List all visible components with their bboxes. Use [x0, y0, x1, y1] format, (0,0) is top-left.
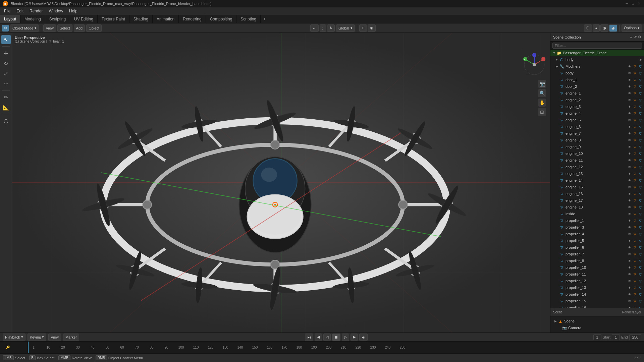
select-toggle[interactable]: ▽ [633, 292, 637, 297]
global-dropdown[interactable]: Global ▾ [336, 24, 355, 32]
outliner-item[interactable]: ▽ engine_17 👁 ▽ ▽ [550, 197, 644, 204]
visibility-toggle[interactable]: 👁 [627, 299, 632, 303]
menu-file[interactable]: File [1, 8, 13, 14]
outliner-item[interactable]: ▽ propeller_6 👁 ▽ ▽ [550, 244, 644, 251]
outliner-item[interactable]: ▽ engine_6 👁 ▽ ▽ [550, 123, 644, 130]
outliner-item[interactable]: ▽ propeller_13 👁 ▽ ▽ [550, 284, 644, 291]
select-tool[interactable]: ↖ [1, 35, 11, 44]
render-toggle[interactable]: ▽ [638, 77, 643, 82]
outliner-root[interactable]: ▼ 📁 Passenger_Electric_Drone [550, 50, 644, 56]
object-menu[interactable]: Object [86, 24, 102, 32]
select-toggle[interactable]: ▽ [633, 98, 637, 102]
prev-frame-btn[interactable]: ◀ [315, 334, 322, 341]
transform-tool[interactable]: ⊹ [1, 79, 11, 88]
annotate-tool[interactable]: ✏ [1, 93, 11, 102]
outliner-sync-btn[interactable]: ⟳ [634, 35, 637, 39]
jump-start-btn[interactable]: ⏮ [305, 334, 313, 341]
select-toggle[interactable]: ▽ [633, 279, 637, 283]
render-toggle[interactable]: ▽ [638, 212, 643, 216]
render-toggle[interactable]: ▽ [638, 178, 643, 183]
outliner-item[interactable]: ▽ engine_2 👁 ▽ ▽ [550, 97, 644, 103]
outliner-filter-btn[interactable]: ▽ [630, 35, 632, 39]
transform-tool-1[interactable]: ↔ [310, 24, 319, 32]
play-btn[interactable]: ▷ [342, 334, 349, 341]
render-toggle[interactable]: ▽ [638, 111, 643, 116]
render-toggle[interactable]: ▽ [638, 144, 643, 149]
tab-compositing[interactable]: Compositing [206, 15, 237, 23]
outliner-item[interactable]: ▽ engine_18 👁 ▽ ▽ [550, 204, 644, 210]
render-toggle[interactable]: ▽ [638, 292, 643, 297]
item-arrow[interactable]: ▶ [554, 64, 559, 69]
window-controls[interactable]: ─ □ ✕ [625, 1, 641, 6]
render-toggle[interactable]: ▽ [638, 285, 643, 290]
object-mode-dropdown[interactable]: Object Mode ▾ [10, 24, 39, 32]
keying-btn[interactable]: Keying ▾ [28, 334, 47, 341]
body-arrow[interactable]: ▼ [554, 57, 559, 62]
select-toggle[interactable]: ▽ [633, 151, 637, 156]
select-toggle[interactable]: ▽ [633, 252, 637, 256]
select-toggle[interactable]: ▽ [633, 77, 637, 82]
visibility-toggle[interactable]: 👁 [627, 258, 632, 263]
render-toggle[interactable]: ▽ [638, 279, 643, 283]
outliner-item[interactable]: ▽ engine_12 👁 ▽ ▽ [550, 164, 644, 170]
tab-scripting[interactable]: Scripting [236, 15, 261, 23]
search-btn[interactable]: 🔍 [538, 89, 546, 97]
visibility-toggle[interactable]: 👁 [627, 64, 632, 69]
end-frame-input[interactable]: 250 [629, 334, 641, 340]
select-toggle[interactable]: ▽ [633, 71, 637, 75]
menu-help[interactable]: Help [66, 8, 80, 14]
visibility-toggle[interactable]: 👁 [627, 118, 632, 122]
outliner-item[interactable]: ▽ propeller_10 👁 ▽ ▽ [550, 264, 644, 271]
add-menu[interactable]: Add [74, 24, 85, 32]
visibility-toggle[interactable]: 👁 [627, 232, 632, 236]
select-toggle[interactable]: ▽ [633, 238, 637, 243]
render-toggle[interactable]: ▽ [638, 232, 643, 236]
select-toggle[interactable]: ▽ [633, 124, 637, 129]
play-back-btn[interactable]: ◁ [323, 334, 331, 341]
select-toggle[interactable]: ▽ [633, 225, 637, 230]
render-toggle[interactable]: ▽ [638, 252, 643, 256]
visibility-toggle[interactable]: 👁 [627, 158, 632, 163]
rendered-btn[interactable]: ◕ [609, 24, 617, 32]
render-toggle[interactable]: ▽ [638, 98, 643, 102]
transform-tool-3[interactable]: ↻ [327, 24, 335, 32]
next-frame-btn[interactable]: ▶ [351, 334, 358, 341]
hand-btn[interactable]: ✋ [538, 99, 546, 107]
render-toggle[interactable]: ▽ [638, 118, 643, 122]
close-button[interactable]: ✕ [637, 1, 641, 6]
outliner-item[interactable]: ▽ propeller_15 👁 ▽ ▽ [550, 298, 644, 304]
select-toggle[interactable]: ▽ [633, 118, 637, 122]
solid-btn[interactable]: ● [593, 24, 600, 32]
marker-btn[interactable]: Marker [63, 334, 79, 341]
select-menu[interactable]: Select [57, 24, 72, 32]
outliner-item[interactable]: ▽ propeller_14 👁 ▽ ▽ [550, 291, 644, 298]
outliner-item[interactable]: ▽ propeller_12 👁 ▽ ▽ [550, 278, 644, 284]
outliner-item[interactable]: ▽ engine_7 👁 ▽ ▽ [550, 130, 644, 137]
outliner-item[interactable]: ▽ engine_3 👁 ▽ ▽ [550, 103, 644, 110]
outliner-item[interactable]: ▽ propeller_3 👁 ▽ ▽ [550, 224, 644, 231]
proportional-btn[interactable]: ◉ [368, 24, 376, 32]
visibility-toggle[interactable]: 👁 [627, 171, 632, 176]
tab-shading[interactable]: Shading [129, 15, 153, 23]
wireframe-btn[interactable]: ⬡ [584, 24, 592, 32]
render-toggle[interactable]: ▽ [638, 91, 643, 96]
menu-edit[interactable]: Edit [14, 8, 26, 14]
visibility-toggle[interactable]: 👁 [627, 84, 632, 89]
visibility-toggle[interactable]: 👁 [627, 151, 632, 156]
visibility-toggle[interactable]: 👁 [627, 245, 632, 250]
tab-sculpting[interactable]: Sculpting [45, 15, 70, 23]
select-toggle[interactable]: ▽ [633, 185, 637, 189]
render-toggle[interactable]: ▽ [638, 225, 643, 230]
scale-tool[interactable]: ⤢ [1, 69, 11, 78]
tab-layout[interactable]: Layout [0, 15, 20, 23]
visibility-toggle[interactable]: 👁 [627, 205, 632, 209]
visibility-toggle[interactable]: 👁 [627, 305, 632, 308]
select-toggle[interactable]: ▽ [633, 178, 637, 183]
visibility-toggle[interactable]: 👁 [627, 292, 632, 297]
visibility-toggle[interactable]: 👁 [627, 138, 632, 142]
current-frame-input[interactable]: 1 [593, 334, 601, 340]
render-toggle[interactable]: ▽ [638, 185, 643, 189]
outliner-item[interactable]: ▽ propeller_16 👁 ▽ ▽ [550, 304, 644, 308]
outliner-item[interactable]: ▽ engine_10 👁 ▽ ▽ [550, 150, 644, 157]
visibility-toggle[interactable]: 👁 [627, 185, 632, 189]
